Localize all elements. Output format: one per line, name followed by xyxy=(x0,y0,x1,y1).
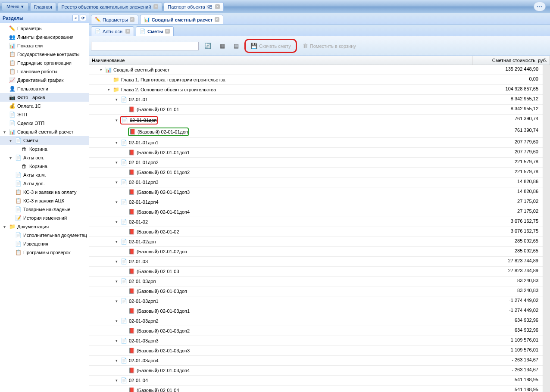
grid-row-24[interactable]: 📕(Базовый) 02-01-03доп1-1 274 449,02 xyxy=(89,306,543,316)
row-expander-icon[interactable]: ▾ xyxy=(114,118,119,122)
grid-row-14[interactable]: 📕(Базовый) 02-01-01доп427 175,02 xyxy=(89,207,543,217)
menu-button[interactable]: Меню ▾ xyxy=(2,2,28,11)
sidebar-item-10[interactable]: 📄ЭТП xyxy=(0,110,89,119)
grid-row-13[interactable]: ▾📄02-01-01доп427 175,02 xyxy=(89,197,543,207)
row-expander-icon[interactable]: ▾ xyxy=(114,180,119,184)
grid-row-30[interactable]: 📕(Базовый) 02-01-03доп4- 263 134,67 xyxy=(89,366,543,376)
sidebar-item-22[interactable]: 📝История изменений xyxy=(0,214,89,222)
move-to-trash-button[interactable]: 🗑 Поместить в корзину xyxy=(300,41,359,51)
grid-row-26[interactable]: 📕(Базовый) 02-01-03доп2634 902,96 xyxy=(89,326,543,336)
grid-row-4[interactable]: 📕(Базовый) 02-01-018 342 955,12 xyxy=(89,105,543,115)
sidebar-item-26[interactable]: 📋Программы проверок xyxy=(0,248,89,257)
grid-row-31[interactable]: ▾📄02-01-04541 188,95 xyxy=(89,376,543,386)
row-expander-icon[interactable]: ▾ xyxy=(114,358,119,363)
grid-row-22[interactable]: 📕(Базовый) 02-01-03доп83 240,83 xyxy=(89,286,543,296)
grid-row-17[interactable]: ▾📄02-01-02доп285 092,65 xyxy=(89,237,543,247)
grid-row-8[interactable]: 📕(Базовый) 02-01-01доп1207 779,60 xyxy=(89,148,543,158)
grid-row-19[interactable]: ▾📄02-01-0327 823 744,89 xyxy=(89,257,543,267)
sidebar-item-7[interactable]: 👤Пользователи xyxy=(0,84,89,93)
grid-row-1[interactable]: 📁Глава 1. Подготовка территории строител… xyxy=(89,75,543,85)
top-tab-2[interactable]: Паспорт объекта КВ× xyxy=(164,2,223,11)
row-expander-icon[interactable]: ▾ xyxy=(114,140,119,145)
search-input[interactable] xyxy=(91,42,199,50)
sidebar-item-17[interactable]: 📄Акты кв.м. xyxy=(0,171,89,179)
row-expander-icon[interactable]: ▾ xyxy=(114,378,119,383)
expander-icon[interactable]: ▾ xyxy=(8,156,13,160)
col-name-header[interactable]: Наименование xyxy=(89,56,472,65)
sidebar-item-24[interactable]: 📄Исполнительная документац xyxy=(0,231,89,240)
row-expander-icon[interactable]: ▾ xyxy=(114,259,119,264)
grid-row-28[interactable]: 📕(Базовый) 02-01-03доп31 109 576,01 xyxy=(89,346,543,356)
grid-row-12[interactable]: 📕(Базовый) 02-01-01доп314 820,86 xyxy=(89,187,543,197)
collapse-button[interactable]: ▤ xyxy=(231,41,242,51)
row-expander-icon[interactable]: ▾ xyxy=(114,220,119,224)
row-expander-icon[interactable]: ▾ xyxy=(114,97,119,102)
top-tab-1[interactable]: Реестр объектов капитальных вложений× xyxy=(58,2,162,11)
close-icon[interactable]: × xyxy=(215,17,219,22)
download-estimate-button[interactable]: 💾 Скачать смету xyxy=(247,41,294,51)
sidebar-item-4[interactable]: 📋Подрядные организации xyxy=(0,59,89,67)
row-expander-icon[interactable]: ▾ xyxy=(99,68,103,72)
row-expander-icon[interactable]: ▾ xyxy=(114,160,119,165)
grid-row-10[interactable]: 📕(Базовый) 02-01-01доп2221 579,78 xyxy=(89,168,543,177)
grid-row-18[interactable]: 📕(Базовый) 02-01-02доп285 092,65 xyxy=(89,247,543,257)
collapse-left-icon[interactable]: « xyxy=(72,15,79,21)
grid-row-16[interactable]: 📕(Базовый) 02-01-023 076 162,75 xyxy=(89,227,543,237)
sidebar-item-9[interactable]: 💰Оплата 1С xyxy=(0,102,89,110)
sidebar-item-18[interactable]: 📄Акты доп. xyxy=(0,179,89,188)
grid-row-0[interactable]: ▾📊Сводный сметный расчет135 292 448,90 xyxy=(89,65,543,75)
col-cost-header[interactable]: Сметная стоимость, руб. xyxy=(472,56,550,65)
expander-icon[interactable]: ▾ xyxy=(8,138,13,143)
inner-tab-0[interactable]: 📄Акты осн.× xyxy=(91,26,134,36)
grid-row-9[interactable]: ▾📄02-01-01доп2221 579,78 xyxy=(89,158,543,168)
refresh-icon[interactable]: ⟳ xyxy=(80,15,86,21)
sidebar-item-0[interactable]: ✏️Параметры xyxy=(0,24,89,33)
close-icon[interactable]: × xyxy=(215,4,220,9)
sidebar-item-15[interactable]: ▾📄Акты осн. xyxy=(0,153,89,162)
close-icon[interactable]: × xyxy=(153,4,158,9)
row-expander-icon[interactable]: ▾ xyxy=(114,299,119,303)
grid-row-5[interactable]: ▾📄02-01-01доп761 390,74 xyxy=(89,115,543,126)
close-icon[interactable]: × xyxy=(130,17,134,22)
sidebar-item-14[interactable]: 🗑Корзина xyxy=(0,145,89,153)
row-expander-icon[interactable]: ▾ xyxy=(114,200,119,204)
refresh-button[interactable]: 🔄 xyxy=(201,41,214,51)
grid-body[interactable]: ▾📊Сводный сметный расчет135 292 448,90📁Г… xyxy=(89,65,543,392)
grid-row-20[interactable]: 📕(Базовый) 02-01-0327 823 744,89 xyxy=(89,267,543,277)
expand-button[interactable]: ▦ xyxy=(217,41,228,51)
grid-row-15[interactable]: ▾📄02-01-023 076 162,75 xyxy=(89,217,543,227)
sidebar-item-23[interactable]: ▾📁Документация xyxy=(0,222,89,231)
grid-row-3[interactable]: ▾📄02-01-018 342 955,12 xyxy=(89,95,543,105)
row-expander-icon[interactable]: ▾ xyxy=(114,339,119,343)
sub-tab-1[interactable]: 📊Сводный сметный расчет× xyxy=(140,15,223,24)
grid-row-2[interactable]: ▾📁Глава 2. Основные объекты строительств… xyxy=(89,85,543,95)
expander-icon[interactable]: ▾ xyxy=(2,224,7,229)
sidebar-item-8[interactable]: 📷Фото - архив xyxy=(0,93,89,102)
grid-row-32[interactable]: 📕(Базовый) 02-01-04541 188,95 xyxy=(89,386,543,392)
sidebar-item-21[interactable]: 📄Товарные накладные xyxy=(0,205,89,214)
grid-row-29[interactable]: ▾📄02-01-03доп4- 263 134,67 xyxy=(89,356,543,366)
grid-row-11[interactable]: ▾📄02-01-01доп314 820,86 xyxy=(89,177,543,187)
vertical-scrollbar[interactable] xyxy=(543,65,550,392)
grid-row-27[interactable]: ▾📄02-01-03доп31 109 576,01 xyxy=(89,336,543,346)
sidebar-item-3[interactable]: 📋Государственные контракты xyxy=(0,50,89,59)
sidebar-item-5[interactable]: 📋Плановые работы xyxy=(0,67,89,76)
row-expander-icon[interactable]: ▾ xyxy=(106,87,111,92)
sidebar-item-12[interactable]: ▾📊Сводный сметный расчет xyxy=(0,128,89,136)
sub-tab-0[interactable]: ✏️Параметры× xyxy=(91,15,138,24)
row-expander-icon[interactable]: ▾ xyxy=(114,319,119,323)
sidebar-item-2[interactable]: 📊Показатели xyxy=(0,41,89,50)
chat-icon[interactable]: ••• xyxy=(534,2,546,11)
sidebar-item-25[interactable]: 📄Извещения xyxy=(0,240,89,248)
grid-row-21[interactable]: ▾📄02-01-03доп83 240,83 xyxy=(89,277,543,286)
expander-icon[interactable]: ▾ xyxy=(2,130,7,134)
row-expander-icon[interactable]: ▾ xyxy=(114,279,119,283)
sidebar-item-20[interactable]: 📋КС-3 и заявки АЦК xyxy=(0,196,89,205)
sidebar-item-19[interactable]: 📋КС-3 и заявки на оплату xyxy=(0,188,89,196)
grid-row-25[interactable]: ▾📄02-01-03доп2634 902,96 xyxy=(89,316,543,326)
grid-row-7[interactable]: ▾📄02-01-01доп1207 779,60 xyxy=(89,138,543,148)
inner-tab-1[interactable]: 📄Сметы× xyxy=(136,26,174,36)
row-expander-icon[interactable]: ▾ xyxy=(114,240,119,244)
sidebar-item-1[interactable]: 👥Лимиты финансирования xyxy=(0,33,89,41)
sidebar-item-16[interactable]: 🗑Корзина xyxy=(0,162,89,171)
